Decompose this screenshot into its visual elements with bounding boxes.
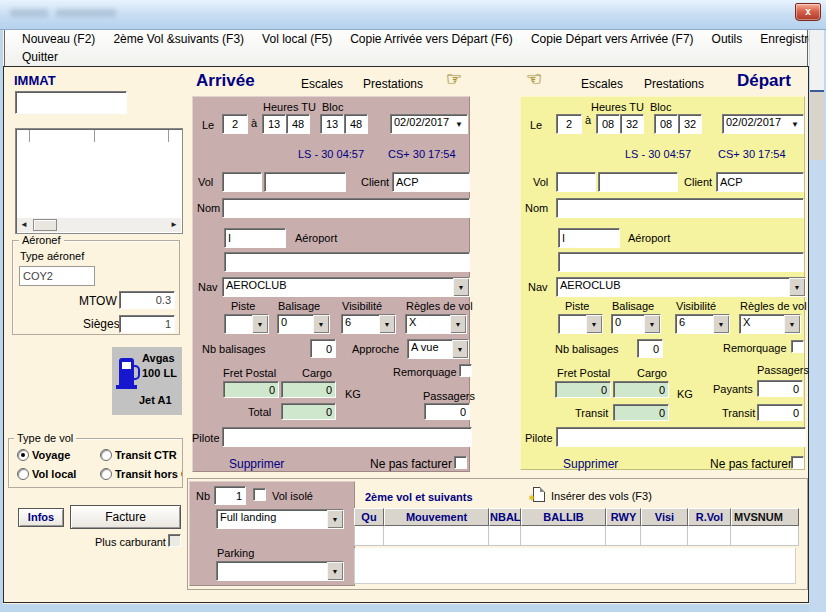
arrivee-balisage-select[interactable]: 0 ▼	[277, 314, 330, 334]
radio-vol-local[interactable]	[17, 468, 29, 480]
depart-day-input[interactable]	[556, 114, 582, 134]
depart-supprimer-link[interactable]: Supprimer	[563, 457, 618, 471]
scroll-right-icon[interactable]: ►	[167, 218, 181, 232]
depart-payants-field[interactable]	[757, 380, 803, 397]
radio-voyage[interactable]	[17, 449, 29, 461]
radio-transit-ctr[interactable]	[100, 449, 112, 461]
depart-vol-code-input[interactable]	[556, 172, 596, 192]
depart-visibilite-select[interactable]: 6 ▼	[675, 314, 730, 334]
depart-tu-hour-input[interactable]	[596, 114, 620, 134]
arrivee-pilote-input[interactable]	[222, 427, 472, 447]
arrivee-nom-input[interactable]	[222, 198, 470, 218]
arrivee-client-input[interactable]	[392, 172, 470, 192]
arrivee-total-field[interactable]	[281, 403, 336, 420]
menu-item-outils[interactable]: Outils	[703, 32, 752, 46]
radio-vol-local-label[interactable]: Vol local	[32, 468, 76, 480]
arrivee-aeroport-name-input[interactable]	[224, 252, 470, 272]
arrivee-piste-select[interactable]: ▼	[224, 314, 269, 334]
depart-client-input[interactable]	[716, 172, 804, 192]
arrivee-cargo-field[interactable]	[281, 381, 336, 398]
menu-item-copie-arrivee-depart[interactable]: Copie Arrivée vers Départ (F6)	[341, 32, 522, 46]
scrollbar-thumb[interactable]	[33, 219, 57, 231]
arrivee-ne-pas-facturer-checkbox[interactable]	[454, 456, 467, 469]
vol-isole-checkbox[interactable]	[253, 488, 266, 501]
parking-select[interactable]: ▼	[216, 561, 344, 581]
column-header-rvol[interactable]: R.Vol	[688, 508, 731, 526]
depart-nom-input[interactable]	[556, 198, 804, 218]
arrivee-bloc-min-input[interactable]	[344, 114, 368, 134]
depart-regles-select[interactable]: X ▼	[739, 314, 801, 334]
column-header-ballib[interactable]: BALLIB	[521, 508, 606, 526]
depart-fret-field[interactable]	[555, 381, 611, 398]
depart-remorquage-checkbox[interactable]	[791, 340, 804, 353]
arrivee-supprimer-link[interactable]: Supprimer	[229, 457, 284, 471]
depart-aeroport-code-input[interactable]	[558, 228, 620, 248]
depart-vol-name-input[interactable]	[598, 172, 678, 192]
immat-input[interactable]	[15, 91, 127, 114]
arrivee-bloc-hour-input[interactable]	[320, 114, 344, 134]
depart-transit-cargo-field[interactable]	[613, 404, 669, 421]
mtow-field[interactable]	[119, 291, 175, 309]
depart-tu-min-input[interactable]	[620, 114, 644, 134]
arrivee-escales-link[interactable]: Escales	[301, 77, 343, 91]
column-header-qu[interactable]: Qu	[354, 508, 384, 526]
scroll-left-icon[interactable]: ◄	[17, 218, 31, 232]
arrivee-visibilite-select[interactable]: 6 ▼	[341, 314, 396, 334]
type-aeronef-input[interactable]	[19, 266, 95, 286]
depart-aeroport-name-input[interactable]	[558, 252, 804, 272]
column-header-visi[interactable]: Visi	[641, 508, 688, 526]
arrivee-day-input[interactable]	[222, 114, 248, 134]
menu-item-2eme-vol[interactable]: 2ème Vol &suivants (F3)	[104, 32, 253, 46]
depart-cargo-field[interactable]	[613, 381, 669, 398]
arrivee-aeroport-code-input[interactable]	[224, 228, 286, 248]
arrivee-vol-code-input[interactable]	[222, 172, 262, 192]
depart-nav-select[interactable]: AEROCLUB ▼	[556, 277, 806, 297]
depart-nb-balisages-input[interactable]	[637, 339, 663, 358]
landing-select[interactable]: Full landing ▼	[216, 509, 344, 529]
depart-pilote-input[interactable]	[556, 427, 806, 447]
column-header-mouvement[interactable]: Mouvement	[384, 508, 489, 526]
depart-date-select[interactable]: 02/02/2017 ▼	[722, 114, 804, 134]
depart-balisage-select[interactable]: 0 ▼	[611, 314, 661, 334]
close-button[interactable]: x	[795, 3, 821, 21]
menu-item-copie-depart-arrivee[interactable]: Copie Départ vers Arrivée (F7)	[522, 32, 703, 46]
arrivee-fret-field[interactable]	[223, 381, 279, 398]
radio-voyage-label[interactable]: Voyage	[32, 449, 70, 461]
depart-escales-link[interactable]: Escales	[581, 77, 623, 91]
depart-ne-pas-facturer-checkbox[interactable]	[791, 456, 804, 469]
column-header-nbal[interactable]: NBAL	[489, 508, 521, 526]
depart-bloc-min-input[interactable]	[678, 114, 702, 134]
table-row[interactable]	[354, 526, 799, 546]
menu-item-quitter[interactable]: Quitter	[13, 50, 67, 64]
arrivee-tu-min-input[interactable]	[286, 114, 310, 134]
arrivee-remorquage-checkbox[interactable]	[459, 364, 472, 377]
listbox-hscrollbar[interactable]: ◄ ►	[17, 218, 181, 232]
radio-transit-ctr-label[interactable]: Transit CTR	[115, 449, 177, 461]
depart-piste-select[interactable]: ▼	[558, 314, 603, 334]
nb-input[interactable]	[214, 486, 246, 505]
arrivee-nav-select[interactable]: AEROCLUB ▼	[222, 277, 470, 297]
depart-prestations-link[interactable]: Prestations	[644, 77, 704, 91]
column-header-rwy[interactable]: RWY	[606, 508, 641, 526]
arrivee-passagers-field[interactable]	[424, 403, 470, 420]
radio-transit-hors-ctr[interactable]	[100, 468, 112, 480]
sieges-field[interactable]	[119, 315, 175, 333]
arrivee-nb-balisages-input[interactable]	[310, 339, 336, 358]
depart-bloc-hour-input[interactable]	[654, 114, 678, 134]
menu-item-vol-local[interactable]: Vol local (F5)	[253, 32, 341, 46]
arrivee-prestations-link[interactable]: Prestations	[363, 77, 423, 91]
arrivee-tu-hour-input[interactable]	[262, 114, 286, 134]
column-header-mvsnum[interactable]: MVSNUM	[731, 508, 799, 526]
arrivee-vol-name-input[interactable]	[264, 172, 346, 192]
arrivee-regles-select[interactable]: X ▼	[405, 314, 467, 334]
inserer-des-vols-link[interactable]: Insérer des vols (F3)	[551, 490, 652, 502]
facture-button[interactable]: Facture	[70, 505, 181, 529]
radio-transit-hors-ctr-label[interactable]: Transit hors CTR	[115, 468, 182, 480]
depart-transit-pax-field[interactable]	[757, 404, 803, 421]
arrivee-date-select[interactable]: 02/02/2017 ▼	[390, 114, 468, 134]
aircraft-listbox[interactable]: ◄ ►	[15, 128, 183, 234]
arrivee-approche-select[interactable]: A vue ▼	[407, 339, 469, 359]
menu-item-nouveau[interactable]: Nouveau (F2)	[13, 32, 104, 46]
infos-button[interactable]: Infos	[18, 508, 64, 527]
plus-carburant-checkbox[interactable]	[168, 534, 181, 547]
